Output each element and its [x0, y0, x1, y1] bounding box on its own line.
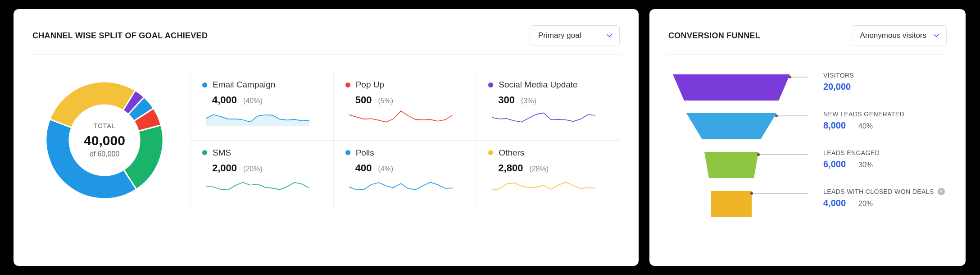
channel-value-row: 400 (4%) [355, 162, 465, 174]
funnel-stage-title: VISITORS [823, 72, 947, 79]
channel-value-row: 4,000 (40%) [212, 94, 322, 106]
channel-card: Pop Up 500 (5%) [334, 73, 477, 141]
channel-name: Email Campaign [213, 80, 275, 90]
funnel-stage: LEADS WITH CLOSED WON DEALS ? 4,000 20% [823, 188, 947, 227]
funnel-vis [668, 72, 812, 236]
sparkline [206, 108, 309, 126]
donut-total-value: 40,000 [84, 133, 125, 148]
funnel-stage-title: LEADS ENGAGED [823, 149, 947, 156]
funnel-stage: LEADS ENGAGED 6,000 30% [823, 149, 947, 188]
funnel-stage-shape [704, 152, 758, 178]
funnel-body: VISITORS 20,000 NEW LEADS GENERATED 8,00… [668, 55, 947, 236]
channel-pct: (4%) [378, 165, 393, 173]
sparkline [206, 176, 309, 194]
svg-point-2 [757, 153, 760, 156]
funnel-stage-value: 20,000 [823, 82, 851, 92]
channel-value-row: 500 (5%) [355, 94, 465, 106]
funnel-stage-value: 8,000 [823, 120, 846, 131]
svg-point-3 [750, 192, 753, 195]
channel-card: Others 2,800 (28%) [476, 141, 620, 208]
channel-body: TOTAL 40,000 of 60,000 Email Campaign 4,… [32, 55, 620, 208]
channel-name: SMS [213, 148, 231, 158]
channel-value: 500 [355, 94, 372, 106]
funnel-stage-title: LEADS WITH CLOSED WON DEALS ? [823, 188, 947, 195]
funnel-stage-values: 6,000 30% [823, 159, 947, 170]
goal-select[interactable]: Primary goal [530, 25, 620, 46]
channel-value: 2,000 [212, 162, 237, 174]
funnel-stage-value: 6,000 [823, 159, 846, 170]
goal-select-label: Primary goal [538, 31, 581, 40]
svg-point-0 [789, 76, 791, 78]
donut-chart: TOTAL 40,000 of 60,000 [32, 73, 177, 208]
channel-value: 400 [355, 162, 372, 174]
channel-color-dot [488, 150, 493, 155]
funnel-stage: NEW LEADS GENERATED 8,000 40% [823, 110, 947, 149]
funnel-stage: VISITORS 20,000 [823, 72, 947, 110]
funnel-stage-pct: 20% [858, 200, 873, 208]
funnel-header: CONVERSION FUNNEL Anonymous visitors [668, 25, 947, 55]
channel-label-row: Pop Up [345, 80, 465, 90]
funnel-stage-title: NEW LEADS GENERATED [823, 110, 947, 118]
sparkline [349, 108, 453, 126]
channel-value-row: 300 (3%) [498, 94, 608, 106]
funnel-stage-pct: 40% [858, 122, 873, 130]
channel-value: 300 [498, 94, 515, 106]
channel-split-card: CHANNEL WISE SPLIT OF GOAL ACHIEVED Prim… [14, 9, 639, 266]
funnel-stage-value: 4,000 [823, 198, 846, 208]
channel-color-dot [202, 82, 207, 87]
help-icon[interactable]: ? [938, 188, 945, 195]
channel-card: Social Media Update 300 (3%) [476, 73, 620, 141]
funnel-title: CONVERSION FUNNEL [668, 31, 760, 41]
channel-title: CHANNEL WISE SPLIT OF GOAL ACHIEVED [32, 31, 208, 41]
channel-name: Pop Up [356, 80, 384, 90]
channel-card: Email Campaign 4,000 (40%) [191, 73, 334, 141]
channel-color-dot [345, 82, 350, 87]
channel-header: CHANNEL WISE SPLIT OF GOAL ACHIEVED Prim… [32, 25, 620, 55]
channel-name: Polls [356, 148, 374, 158]
channel-label-row: SMS [202, 148, 322, 158]
funnel-stage-values: 20,000 [823, 82, 947, 92]
channel-value-row: 2,800 (28%) [498, 162, 608, 174]
funnel-stage-shape [673, 74, 790, 101]
channel-pct: (5%) [378, 97, 393, 105]
sparkline [349, 176, 453, 194]
channel-card: SMS 2,000 (20%) [191, 141, 334, 208]
channel-name: Others [499, 148, 524, 158]
channel-color-dot [488, 82, 493, 87]
channel-color-dot [202, 150, 207, 155]
channel-card: Polls 400 (4%) [334, 141, 477, 208]
channel-pct: (28%) [529, 165, 549, 173]
channel-pct: (3%) [521, 97, 536, 105]
funnel-stage-shape [711, 191, 752, 217]
channel-label-row: Social Media Update [488, 80, 608, 90]
funnel-stage-values: 8,000 40% [823, 120, 947, 131]
funnel-stage-pct: 30% [858, 161, 873, 169]
channel-pct: (20%) [243, 165, 263, 173]
funnel-stage-shape [686, 113, 776, 139]
funnel-select[interactable]: Anonymous visitors [852, 25, 947, 46]
channel-name: Social Media Update [499, 80, 577, 90]
funnel-stage-values: 4,000 20% [823, 198, 947, 208]
channel-label-row: Email Campaign [202, 80, 322, 90]
chevron-down-icon [607, 34, 612, 37]
channel-pct: (40%) [243, 97, 263, 105]
funnel-labels: VISITORS 20,000 NEW LEADS GENERATED 8,00… [823, 72, 947, 236]
funnel-select-label: Anonymous visitors [860, 31, 926, 40]
channel-value-row: 2,000 (20%) [212, 162, 322, 174]
channel-label-row: Others [488, 148, 608, 158]
channel-value: 4,000 [212, 94, 237, 106]
donut-total-sub: of 60,000 [84, 150, 125, 158]
channels-grid: Email Campaign 4,000 (40%) Pop Up 500 (5… [190, 73, 620, 208]
sparkline [492, 176, 595, 194]
donut-center: TOTAL 40,000 of 60,000 [84, 122, 125, 158]
sparkline [492, 108, 595, 126]
funnel-card: CONVERSION FUNNEL Anonymous visitors VIS… [649, 9, 966, 266]
channel-color-dot [345, 150, 350, 155]
svg-point-1 [775, 115, 778, 117]
chevron-down-icon [934, 34, 939, 37]
channel-value: 2,800 [498, 162, 523, 174]
channel-label-row: Polls [345, 148, 465, 158]
donut-total-label: TOTAL [84, 122, 125, 129]
